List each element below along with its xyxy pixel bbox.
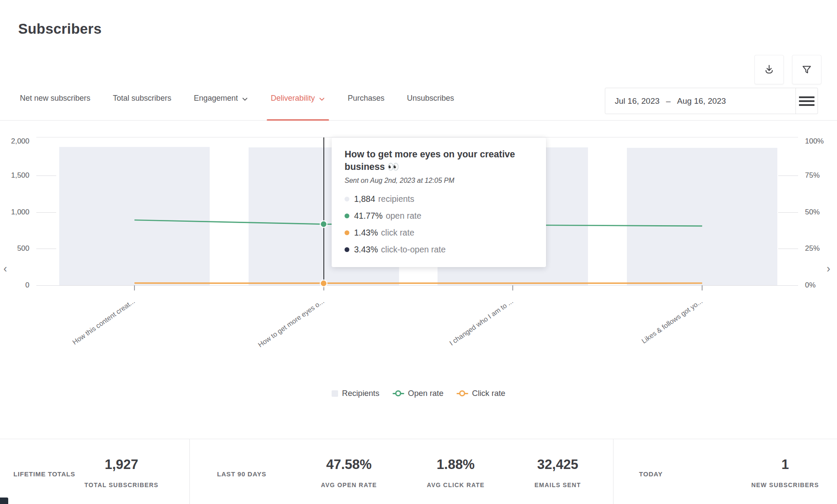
legend-item-open-rate[interactable]: Open rate [393, 389, 444, 398]
tooltip-row: 41.77% open rate [345, 207, 533, 224]
legend-item-recipients[interactable]: Recipients [332, 389, 379, 398]
last-90-days-heading: LAST 90 DAYS [217, 470, 266, 478]
tab-label: Engagement [194, 94, 238, 103]
chart-baseline [36, 285, 798, 286]
tooltip-label: click rate [381, 228, 414, 238]
tab-total-subscribers[interactable]: Total subscribers [113, 86, 171, 121]
left-axis-tick: 500 [3, 244, 29, 253]
x-axis-label: How this content creat... [33, 297, 137, 373]
tab-label: Purchases [348, 94, 384, 103]
total-subscribers-metric: 1,927 TOTAL SUBSCRIBERS [84, 456, 158, 488]
recipients-swatch-icon [332, 390, 338, 397]
metric-label: AVG CLICK RATE [427, 482, 485, 488]
metric-value: 1 [751, 456, 819, 473]
axis-tick-mark [778, 175, 798, 176]
x-axis-label: Likes & follows got yo... [601, 297, 704, 373]
recipients-bar[interactable] [627, 148, 777, 285]
tab-label: Unsubscribes [407, 94, 454, 103]
lifetime-totals-heading: LIFETIME TOTALS [13, 470, 75, 478]
metric-value: 32,425 [534, 456, 581, 473]
divider [189, 439, 190, 504]
chart-legend: Recipients Open rate Click rate [0, 389, 837, 398]
recipients-dot-icon [345, 197, 349, 201]
left-axis-tick: 1,000 [3, 208, 29, 217]
tooltip-rows: 1,884 recipients 41.77% open rate 1.43% … [345, 191, 533, 258]
left-axis-tick: 1,500 [3, 171, 29, 180]
tab-purchases[interactable]: Purchases [348, 86, 384, 121]
date-range-picker[interactable]: Jul 16, 2023 – Aug 16, 2023 [605, 96, 726, 106]
tooltip-row: 1,884 recipients [345, 191, 533, 207]
tooltip-row: 1.43% click rate [345, 224, 533, 241]
today-heading: TODAY [639, 470, 663, 478]
chart-tooltip: How to get more eyes on your creative bu… [332, 137, 546, 267]
x-axis-label: How to get more eyes o... [222, 297, 326, 373]
tab-label: Total subscribers [113, 94, 171, 103]
download-button[interactable] [754, 55, 784, 84]
x-axis-tick-mark [134, 285, 135, 290]
filter-button[interactable] [792, 55, 821, 84]
tooltip-label: click-to-open rate [381, 245, 446, 255]
tooltip-value: 1,884 [354, 194, 375, 204]
right-axis-tick: 75% [805, 171, 835, 180]
chart-menu-button[interactable] [796, 88, 818, 114]
open-rate-dot-icon [345, 214, 349, 218]
x-axis-tick-mark [512, 285, 513, 290]
axis-tick-mark [36, 249, 56, 249]
date-range-separator: – [666, 96, 671, 106]
legend-label: Open rate [408, 389, 444, 398]
x-axis-tick-mark [702, 285, 703, 290]
tab-net-new-subscribers[interactable]: Net new subscribers [20, 86, 90, 121]
tab-deliverability[interactable]: Deliverability [271, 86, 325, 121]
hover-crosshair [323, 137, 324, 284]
bottom-left-widget[interactable] [0, 498, 8, 504]
hamburger-menu-icon [799, 96, 815, 98]
subscribers-page: Subscribers Net new subscribers Total su… [0, 0, 837, 504]
tab-unsubscribes[interactable]: Unsubscribes [407, 86, 454, 121]
tooltip-label: recipients [378, 194, 414, 204]
axis-tick-mark [36, 212, 56, 213]
tooltip-value: 1.43% [354, 228, 378, 238]
tab-engagement[interactable]: Engagement [194, 86, 248, 121]
metric-label: EMAILS SENT [534, 482, 581, 488]
chevron-down-icon [242, 96, 248, 102]
metric-label: AVG OPEN RATE [321, 482, 377, 488]
legend-label: Click rate [472, 389, 505, 398]
axis-tick-mark [778, 249, 798, 249]
tooltip-value: 3.43% [354, 245, 378, 255]
metric-label: NEW SUBSCRIBERS [751, 482, 819, 488]
x-axis-tick-mark [323, 285, 324, 290]
chart-prev-button[interactable]: ‹ [3, 262, 7, 275]
metric-value: 1,927 [84, 456, 158, 473]
axis-tick-mark [778, 212, 798, 213]
metric-label: TOTAL SUBSCRIBERS [84, 482, 158, 488]
open-rate-line-icon [393, 393, 404, 394]
tab-label: Deliverability [271, 94, 315, 103]
click-rate-line-icon [457, 393, 468, 394]
report-tabs: Net new subscribers Total subscribers En… [20, 86, 454, 121]
right-axis-tick: 100% [805, 137, 835, 146]
metric-value: 1.88% [427, 456, 485, 473]
click-rate-point-dot[interactable] [321, 281, 326, 286]
avg-open-rate-metric: 47.58% AVG OPEN RATE [321, 456, 377, 488]
legend-item-click-rate[interactable]: Click rate [457, 389, 505, 398]
new-subscribers-metric: 1 NEW SUBSCRIBERS [751, 456, 819, 488]
tooltip-row: 3.43% click-to-open rate [345, 241, 533, 258]
right-axis-tick: 25% [805, 244, 835, 253]
date-range-control: Jul 16, 2023 – Aug 16, 2023 [605, 88, 818, 114]
download-icon [764, 64, 775, 75]
click-to-open-dot-icon [345, 247, 349, 252]
tab-label: Net new subscribers [20, 94, 90, 103]
tooltip-value: 41.77% [354, 211, 383, 221]
recipients-bar[interactable] [59, 147, 210, 285]
tooltip-title: How to get more eyes on your creative bu… [345, 148, 533, 174]
right-axis-tick: 50% [805, 208, 835, 217]
tooltip-sent-date: Sent on Aug 2nd, 2023 at 12:05 PM [345, 177, 533, 185]
tooltip-label: open rate [386, 211, 421, 221]
click-rate-dot-icon [345, 230, 349, 235]
emails-sent-metric: 32,425 EMAILS SENT [534, 456, 581, 488]
right-axis-tick: 0% [805, 281, 835, 290]
date-range-end: Aug 16, 2023 [677, 96, 726, 106]
chart-next-button[interactable]: › [827, 262, 830, 275]
left-axis-tick: 2,000 [3, 137, 29, 146]
chevron-down-icon [319, 96, 325, 102]
